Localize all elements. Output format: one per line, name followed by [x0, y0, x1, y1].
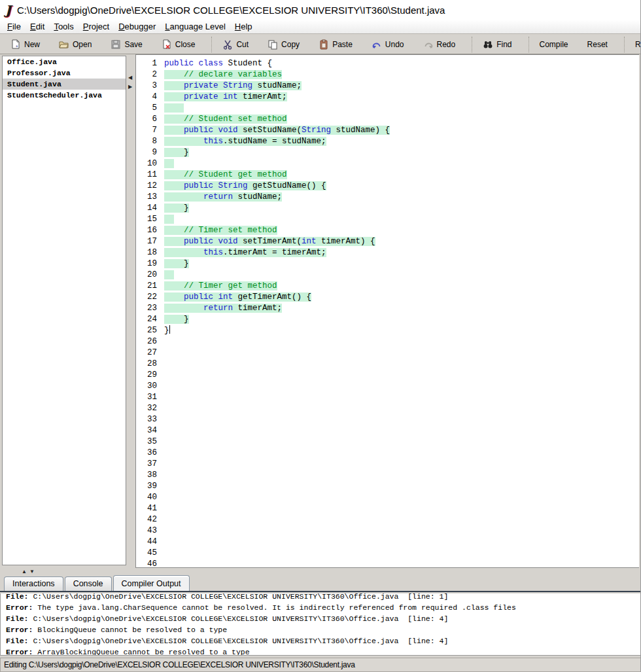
- line-number: 2: [136, 69, 157, 80]
- code-line: 20: [136, 270, 639, 281]
- cut-button[interactable]: Cut: [218, 37, 252, 52]
- code-token: .timerAmt = timerAmt;: [223, 248, 326, 257]
- code-line: 6 // Student set method: [136, 114, 639, 125]
- file-item-student-java[interactable]: Student.java: [3, 79, 126, 90]
- compiler-output-panel[interactable]: File: C:\Users\dogpig\OneDrive\EXCELSIOR…: [0, 593, 641, 655]
- menu-project[interactable]: Project: [78, 20, 114, 33]
- code-line: 41: [136, 503, 639, 514]
- code-token: public: [184, 237, 213, 246]
- code-token: public: [184, 292, 213, 302]
- collapse-left-icon[interactable]: ◀: [128, 75, 132, 80]
- tab-compiler-output[interactable]: Compiler Output: [113, 575, 190, 591]
- line-number: 5: [136, 103, 157, 114]
- code-token: public: [184, 126, 213, 135]
- toolbar: *NewOpenSaveCloseCutCopyPasteUndoRedoFin…: [0, 35, 641, 54]
- menu-tools[interactable]: Tools: [49, 20, 78, 33]
- collapse-up-icon[interactable]: ▲: [22, 569, 27, 575]
- code-token: timerAmt;: [233, 304, 282, 313]
- horizontal-splitter[interactable]: ▲ ▼: [0, 568, 641, 576]
- selected-text: // Timer set method: [164, 226, 277, 235]
- vertical-splitter[interactable]: ◀ ▶: [127, 56, 135, 565]
- tab-console[interactable]: Console: [65, 576, 112, 591]
- selected-text: [164, 103, 184, 113]
- menu-help[interactable]: Help: [230, 20, 257, 33]
- save-floppy-icon: [111, 39, 121, 50]
- code-token: int: [218, 292, 234, 302]
- line-number: 32: [136, 403, 157, 414]
- code-line: 3 private String studName;: [136, 80, 639, 92]
- selected-text: public void setTimerAmt(int timerAmt) {: [164, 237, 375, 246]
- code-line: 25}: [136, 325, 639, 336]
- run-button[interactable]: Run: [631, 38, 641, 51]
- expand-right-icon[interactable]: ▶: [128, 84, 132, 90]
- collapse-down-icon[interactable]: ▼: [29, 569, 35, 575]
- line-number: 38: [136, 470, 157, 481]
- code-token: timerAmt;: [238, 92, 287, 101]
- code-editor[interactable]: 1public class Student {2 // declare vari…: [135, 54, 639, 568]
- code-token: getTimerAmt() {: [233, 292, 311, 302]
- redo-button[interactable]: Redo: [419, 37, 460, 52]
- code-token: int: [302, 237, 317, 246]
- tab-interactions[interactable]: Interactions: [4, 576, 63, 591]
- code-token: [164, 81, 184, 90]
- line-number: 45: [136, 548, 157, 559]
- close-button[interactable]: Close: [158, 37, 199, 52]
- menu-debugger[interactable]: Debugger: [114, 20, 160, 33]
- file-item-office-java[interactable]: Office.java: [3, 56, 126, 67]
- selected-text: }: [164, 148, 189, 157]
- code-token: // Timer get method: [164, 281, 277, 291]
- copy-button[interactable]: Copy: [264, 37, 303, 52]
- code-line: 33: [136, 414, 639, 425]
- line-number: 7: [136, 125, 157, 136]
- line-number: 28: [136, 359, 157, 370]
- line-number: 12: [136, 181, 157, 192]
- menu-language-level[interactable]: Language Level: [160, 20, 230, 33]
- selected-text: // declare variables: [164, 70, 282, 79]
- find-binoculars-icon: [483, 39, 493, 50]
- code-token: setStudName(: [238, 126, 302, 135]
- compile-button[interactable]: Compile: [536, 38, 572, 51]
- code-token: public: [184, 181, 213, 190]
- file-item-studentscheduler-java[interactable]: StudentScheduler.java: [3, 90, 126, 101]
- code-token: [213, 237, 218, 246]
- save-button[interactable]: Save: [107, 37, 146, 52]
- paste-button-label: Paste: [332, 40, 353, 49]
- run-button-label: Run: [635, 40, 641, 49]
- code-token: String: [223, 81, 252, 90]
- reset-button[interactable]: Reset: [583, 38, 612, 51]
- line-number: 35: [136, 436, 157, 448]
- code-line: 21 // Timer get method: [136, 281, 639, 292]
- find-button[interactable]: Find: [479, 37, 515, 52]
- compiler-output-text: File: C:\Users\dogpig\OneDrive\EXCELSIOR…: [1, 593, 641, 655]
- line-number: 34: [136, 425, 157, 436]
- code-token: [218, 81, 224, 90]
- selected-text: return studName;: [164, 192, 282, 202]
- code-line: 31: [136, 392, 639, 403]
- selected-text: public String getStudName() {: [164, 181, 326, 190]
- line-number: 15: [136, 214, 157, 225]
- code-line: 17 public void setTimerAmt(int timerAmt)…: [136, 236, 639, 247]
- code-token: void: [218, 126, 238, 135]
- paste-button[interactable]: Paste: [315, 37, 356, 52]
- selected-text: [164, 159, 174, 168]
- file-item-professor-java[interactable]: Professor.java: [3, 67, 126, 79]
- toolbar-separator: [528, 37, 529, 52]
- code-token: studName) {: [331, 126, 390, 135]
- open-button[interactable]: Open: [55, 37, 95, 52]
- menu-edit[interactable]: Edit: [26, 20, 49, 33]
- code-token: timerAmt) {: [317, 237, 375, 246]
- line-number: 21: [136, 281, 157, 292]
- code-token: [164, 237, 184, 246]
- code-line: 12 public String getStudName() {: [136, 181, 639, 192]
- code-token: }: [164, 259, 189, 268]
- new-button[interactable]: *New: [7, 37, 44, 52]
- line-number: 16: [136, 225, 157, 236]
- code-line: 9 }: [136, 147, 639, 158]
- line-number: 9: [136, 147, 157, 158]
- save-button-label: Save: [124, 40, 142, 49]
- line-number: 24: [136, 314, 157, 325]
- menu-file[interactable]: File: [3, 20, 26, 33]
- code-token: String: [218, 181, 248, 190]
- line-number: 14: [136, 203, 157, 214]
- undo-button[interactable]: Undo: [368, 37, 408, 52]
